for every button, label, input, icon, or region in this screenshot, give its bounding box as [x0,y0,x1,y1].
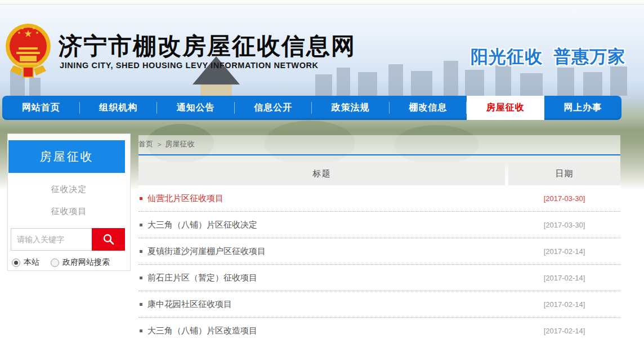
search-input[interactable] [11,228,92,251]
national-emblem-icon [5,19,52,79]
bullet-icon [140,250,142,253]
article-list: 仙营北片区征收项目 [2017-03-30] 大三角（八铺）片区征收决定 [20… [138,185,620,343]
bullet-icon [140,224,142,226]
table-row[interactable]: 仙营北片区征收项目 [2017-03-30] [138,185,620,212]
row-date: [2017-02-14] [508,274,620,282]
column-header-date: 日期 [508,162,620,185]
search-icon [102,233,115,246]
nav-item-label: 房屋征收 [486,102,525,114]
bullet-icon [140,303,142,306]
row-title-text: 大三角（八铺）片区改造项目 [147,326,257,336]
nav-item-label: 棚改信息 [409,102,447,114]
main-nav: 网站首页 组织机构 通知公告 信息公开 政策法规 棚改信息 房屋征收 网上办事 [2,96,621,120]
row-title-text: 前石庄片区（暂定）征收项目 [147,273,257,283]
row-title: 大三角（八铺）片区改造项目 [138,326,505,336]
breadcrumb-separator: > [157,140,162,149]
row-date: [2017-03-30] [508,194,620,203]
row-title: 康中花园社区征收项目 [138,299,505,310]
breadcrumb-current: 房屋征收 [166,139,195,149]
bullet-icon [140,329,142,332]
sidebar-links: 征收决定 征收项目 [8,184,130,217]
table-header: 标题 日期 [138,162,620,185]
nav-item[interactable]: 通知公告 [157,96,235,120]
sidebar-link-label: 征收项目 [51,206,87,216]
row-title: 仙营北片区征收项目 [138,193,505,204]
table-row[interactable]: 前石庄片区（暂定）征收项目 [2017-02-14] [138,265,620,291]
column-header-title: 标题 [138,162,505,185]
site-subtitle: JINING CITY, SHED HOUSING LEVY INFORMATI… [60,61,319,70]
nav-item[interactable]: 网站首页 [2,96,80,120]
breadcrumb-home[interactable]: 首页 [138,139,153,149]
header-slogan: 阳光征收 普惠万家 [471,45,625,69]
nav-item[interactable]: 信息公开 [235,96,312,120]
search-scope-radios: 本站 政府网站搜索 [12,257,130,268]
search-button[interactable] [92,228,125,251]
row-date: [2017-02-14] [508,300,620,309]
bullet-icon [140,197,142,200]
radio-label: 本站 [24,257,39,268]
table-row[interactable]: 康中花园社区征收项目 [2017-02-14] [138,291,620,318]
breadcrumb-divider [138,154,620,155]
row-title-text: 大三角（八铺）片区征收决定 [147,220,257,230]
bullet-icon [140,277,142,279]
sidebar-link-label: 征收决定 [51,184,87,194]
search-bar [11,228,125,251]
row-title-text: 康中花园社区征收项目 [147,299,232,310]
row-date: [2017-02-14] [508,327,620,335]
site-title: 济宁市棚改房屋征收信息网 [59,30,356,62]
nav-item-label: 信息公开 [254,102,292,114]
top-strip [0,0,644,5]
nav-item[interactable]: 组织机构 [80,96,158,120]
radio-option[interactable]: 政府网站搜索 [51,257,110,268]
radio-icon [12,259,20,267]
row-title-text: 仙营北片区征收项目 [147,193,223,204]
nav-item-label: 通知公告 [177,102,215,114]
radio-label: 政府网站搜索 [62,257,110,268]
content-area: 首页 > 房屋征收 标题 日期 仙营北片区征收项目 [2017-03-30] 大… [138,135,620,343]
nav-item-label: 网站首页 [22,102,60,114]
sidebar: 房屋征收 征收决定 征收项目 本站 政府网站搜索 [7,133,131,271]
nav-item[interactable]: 政策法规 [312,96,390,120]
radio-option[interactable]: 本站 [12,257,39,268]
sidebar-link[interactable]: 征收决定 [8,184,130,195]
table-row[interactable]: 大三角（八铺）片区改造项目 [2017-02-14] [138,318,620,343]
nav-item[interactable]: 棚改信息 [390,96,467,120]
row-title-text: 夏镇街道沙河崖棚户区征收项目 [147,246,266,257]
row-date: [2017-03-30] [508,221,620,229]
row-title: 前石庄片区（暂定）征收项目 [138,273,505,283]
nav-item[interactable]: 房屋征收 [467,96,544,120]
radio-icon [51,259,59,267]
nav-item-label: 组织机构 [99,102,137,114]
table-row[interactable]: 夏镇街道沙河崖棚户区征收项目 [2017-02-14] [138,238,620,265]
nav-item-label: 网上办事 [564,102,602,114]
sidebar-title: 房屋征收 [8,140,125,173]
breadcrumb: 首页 > 房屋征收 [138,135,620,151]
table-row[interactable]: 大三角（八铺）片区征收决定 [2017-03-30] [138,212,620,238]
site-header: 济宁市棚改房屋征收信息网 JINING CITY, SHED HOUSING L… [0,5,644,96]
nav-item-label: 政策法规 [332,102,370,114]
row-title: 大三角（八铺）片区征收决定 [138,220,505,230]
nav-item[interactable]: 网上办事 [544,96,622,120]
row-date: [2017-02-14] [508,247,620,256]
row-title: 夏镇街道沙河崖棚户区征收项目 [138,246,505,257]
sidebar-link[interactable]: 征收项目 [8,206,130,217]
